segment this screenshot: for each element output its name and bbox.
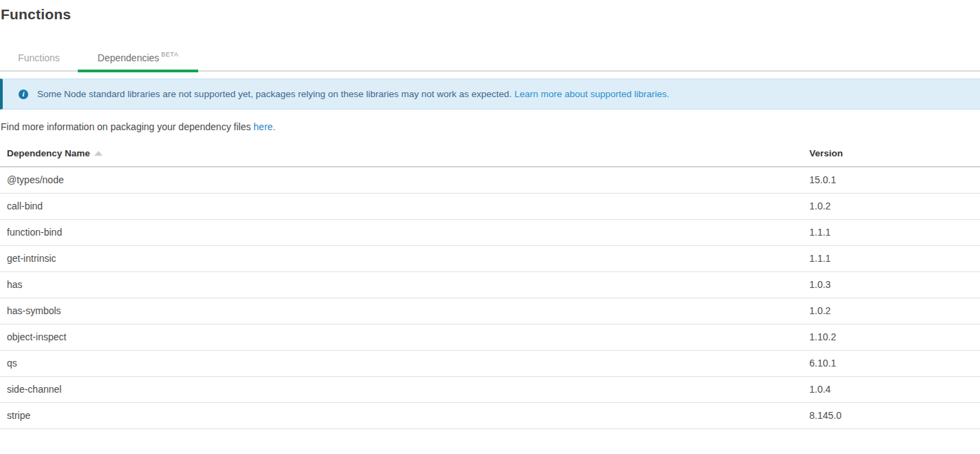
version-cell: 1.10.2 (809, 324, 980, 350)
info-notification-banner: i Some Node standard libraries are not s… (0, 79, 980, 110)
page-title: Functions (1, 6, 980, 22)
table-row: stripe 8.145.0 (0, 402, 980, 429)
tab-functions-label: Functions (18, 52, 60, 63)
version-cell: 1.0.4 (809, 376, 980, 402)
info-icon: i (19, 90, 28, 99)
table-row: qs 6.10.1 (0, 350, 980, 376)
table-row: call-bind 1.0.2 (0, 193, 980, 219)
column-header-version[interactable]: Version (809, 135, 980, 167)
dependency-name-cell: has-symbols (0, 298, 809, 324)
tab-dependencies[interactable]: DependenciesBETA (78, 48, 198, 70)
dependency-name-cell: qs (0, 350, 809, 376)
packaging-info-text: Find more information on packaging your … (1, 121, 251, 132)
table-row: get-intrinsic 1.1.1 (0, 245, 980, 271)
table-row: object-inspect 1.10.2 (0, 324, 980, 350)
version-cell: 1.1.1 (809, 219, 980, 245)
table-header-row: Dependency Name Version (0, 135, 980, 167)
dependency-name-cell: @types/node (0, 167, 809, 193)
version-cell: 1.0.2 (809, 298, 980, 324)
table-row: side-channel 1.0.4 (0, 376, 980, 402)
dependency-table-body: @types/node 15.0.1 call-bind 1.0.2 funct… (0, 167, 980, 429)
dependency-name-cell: function-bind (0, 219, 809, 245)
dependency-name-cell: side-channel (0, 376, 809, 402)
version-cell: 6.10.1 (809, 350, 980, 376)
banner-text: Some Node standard libraries are not sup… (37, 89, 670, 99)
here-link[interactable]: here. (253, 121, 275, 132)
banner-message: Some Node standard libraries are not sup… (37, 89, 512, 99)
dependency-name-cell: object-inspect (0, 324, 809, 350)
dependency-name-cell: call-bind (0, 193, 809, 219)
table-row: has 1.0.3 (0, 271, 980, 298)
tab-functions[interactable]: Functions (0, 48, 78, 70)
table-row: has-symbols 1.0.2 (0, 298, 980, 324)
version-cell: 1.0.3 (809, 271, 980, 298)
version-header-label: Version (809, 148, 843, 158)
version-cell: 15.0.1 (809, 167, 980, 193)
tab-bar: Functions DependenciesBETA (0, 48, 980, 72)
sort-ascending-icon (94, 151, 103, 156)
dependency-table: Dependency Name Version @types/node 15.0… (0, 135, 980, 429)
dependency-name-cell: has (0, 271, 809, 298)
table-row: function-bind 1.1.1 (0, 219, 980, 245)
version-cell: 8.145.0 (809, 402, 980, 429)
packaging-info-line: Find more information on packaging your … (1, 121, 980, 132)
tab-dependencies-label: Dependencies (98, 52, 160, 63)
version-cell: 1.1.1 (809, 245, 980, 271)
supported-libraries-link[interactable]: Learn more about supported libraries. (514, 89, 669, 99)
version-cell: 1.0.2 (809, 193, 980, 219)
table-row: @types/node 15.0.1 (0, 167, 980, 193)
column-header-dependency-name[interactable]: Dependency Name (0, 135, 809, 167)
beta-badge: BETA (161, 51, 178, 58)
dependency-name-cell: stripe (0, 402, 809, 429)
dependency-name-header-label: Dependency Name (7, 148, 90, 158)
functions-page: Functions Functions DependenciesBETA i S… (0, 6, 980, 454)
dependency-name-cell: get-intrinsic (0, 245, 809, 271)
